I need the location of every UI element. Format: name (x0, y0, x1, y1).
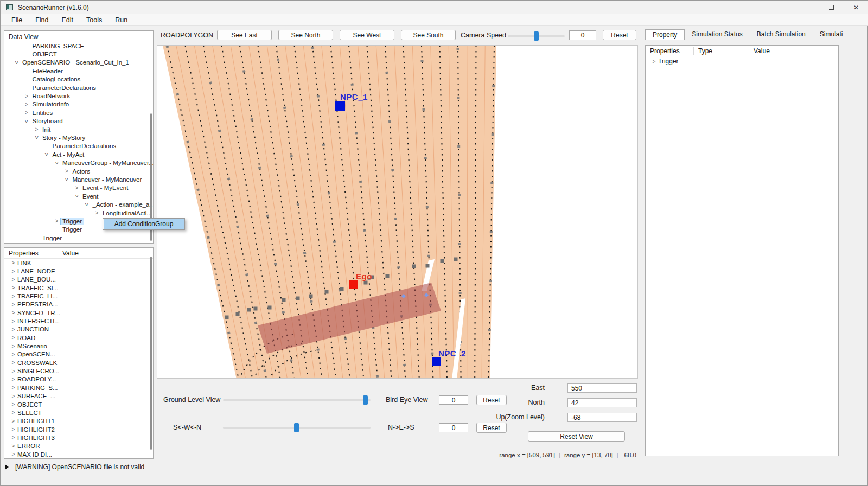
chevron-right-icon[interactable]: > (33, 126, 41, 132)
chevron-right-icon[interactable]: > (9, 351, 17, 357)
tab-simulation-status[interactable]: Simulation Status (685, 29, 749, 40)
property-item[interactable]: >SINGLECRO... (4, 367, 153, 375)
yaw-input[interactable]: 0 (439, 423, 468, 432)
tree-item[interactable]: PARKING_SPACE (4, 42, 153, 50)
property-item[interactable]: >PEDESTRIA... (4, 300, 153, 309)
chevron-down-icon[interactable]: > (12, 60, 21, 66)
chevron-right-icon[interactable]: > (23, 101, 31, 107)
chevron-right-icon[interactable]: > (9, 376, 17, 382)
expand-arrow-icon[interactable] (5, 464, 9, 470)
chevron-right-icon[interactable]: > (9, 277, 17, 283)
chevron-down-icon[interactable]: > (23, 118, 31, 124)
bird-eye-input[interactable]: 0 (439, 395, 468, 405)
chevron-right-icon[interactable]: > (9, 293, 17, 299)
tree-item[interactable]: >Event - MyEvent (4, 184, 153, 192)
tree-item[interactable]: ParameterDeclarations (4, 84, 153, 92)
east-input[interactable]: 550 (567, 383, 637, 393)
property-item[interactable]: >TRAFFIC_LI... (4, 292, 153, 300)
see-button-south[interactable]: See South (401, 30, 456, 40)
tab-property[interactable]: Property (645, 29, 685, 40)
up-zoom-input[interactable]: -68 (567, 413, 637, 422)
camera-speed-input[interactable]: 0 (569, 30, 596, 40)
chevron-right-icon[interactable]: > (53, 218, 61, 224)
property-item[interactable]: >HIGHLIGHT1 (4, 417, 153, 425)
menu-run[interactable]: Run (108, 15, 134, 25)
ground-level-slider[interactable] (223, 395, 371, 405)
tree-item[interactable]: >Init (4, 125, 153, 133)
north-input[interactable]: 42 (567, 398, 637, 407)
slider-handle[interactable] (534, 31, 539, 41)
reset-view-button[interactable]: Reset View (528, 431, 625, 442)
chevron-right-icon[interactable]: > (9, 443, 17, 449)
tab-simulation-f[interactable]: Simulation F (813, 29, 843, 40)
property-item[interactable]: >PARKING_S... (4, 383, 153, 392)
tree-item[interactable]: CatalogLocations (4, 75, 153, 84)
chevron-down-icon[interactable]: > (73, 193, 81, 199)
yaw-slider[interactable] (223, 423, 371, 432)
property-item[interactable]: >SYNCED_TR... (4, 309, 153, 317)
property-item[interactable]: >ERROR (4, 442, 153, 450)
property-item[interactable]: >LANE_NODE (4, 267, 153, 275)
chevron-right-icon[interactable]: > (9, 393, 17, 399)
property-item[interactable]: >ROAD (4, 334, 153, 342)
chevron-right-icon[interactable]: > (9, 401, 17, 407)
menu-file[interactable]: File (5, 15, 29, 25)
tree-item[interactable]: >Storyboard (4, 117, 153, 125)
chevron-down-icon[interactable]: > (63, 176, 71, 182)
property-item[interactable]: >MScenario (4, 342, 153, 350)
chevron-down-icon[interactable]: > (43, 151, 51, 157)
context-menu-item[interactable]: Add ConditionGroup (104, 219, 184, 229)
chevron-right-icon[interactable]: > (23, 93, 31, 99)
property-item[interactable]: >HIGHLIGHT2 (4, 425, 153, 433)
menu-tools[interactable]: Tools (80, 15, 108, 25)
chevron-right-icon[interactable]: > (73, 185, 81, 191)
property-item[interactable]: >LINK (4, 259, 153, 267)
chevron-right-icon[interactable]: > (63, 168, 71, 174)
chevron-right-icon[interactable]: > (9, 335, 17, 341)
chevron-right-icon[interactable]: > (9, 302, 17, 308)
chevron-right-icon[interactable]: > (9, 451, 17, 457)
tree-item[interactable]: ParameterDeclarations (4, 142, 153, 150)
chevron-right-icon[interactable]: > (9, 434, 17, 440)
tree-item[interactable]: >SimulatorInfo (4, 100, 153, 108)
close-button[interactable]: ✕ (844, 1, 868, 14)
objprops-scrollbar[interactable] (150, 257, 152, 450)
chevron-right-icon[interactable]: > (9, 385, 17, 391)
camera-speed-slider[interactable] (508, 31, 565, 41)
property-item[interactable]: >MAX ID DI... (4, 450, 153, 458)
chevron-right-icon[interactable]: > (9, 410, 17, 415)
chevron-right-icon[interactable]: > (93, 210, 101, 216)
chevron-right-icon[interactable]: > (9, 360, 17, 366)
map-viewport[interactable]: NPC_1EgoNPC_2 (157, 45, 638, 379)
chevron-right-icon[interactable]: > (9, 318, 17, 324)
property-item[interactable]: >JUNCTION (4, 325, 153, 334)
tree-item[interactable]: >RoadNetwork (4, 92, 153, 100)
tree-item[interactable]: >OpenSCENARIO - Scenario_Cut_In_1 (4, 59, 153, 67)
property-item[interactable]: >SURFACE_... (4, 392, 153, 400)
property-item[interactable]: >TRAFFIC_SI... (4, 284, 153, 292)
tree-item[interactable]: OBJECT (4, 50, 153, 58)
camera-speed-reset-button[interactable]: Reset (603, 30, 636, 40)
tree-item[interactable]: FileHeader (4, 67, 153, 75)
tree-item[interactable]: >Maneuver - MyManeuver (4, 175, 153, 183)
maximize-button[interactable] (819, 1, 844, 14)
tree-item[interactable]: >_Action - example_a... (4, 200, 153, 208)
tree-item[interactable]: >ManeuverGroup - MyManeuver... (4, 158, 153, 167)
slider-handle[interactable] (294, 423, 299, 432)
property-item[interactable]: >OpenSCEN... (4, 350, 153, 359)
tree-item[interactable]: >Act - MyAct (4, 150, 153, 158)
chevron-right-icon[interactable]: > (9, 368, 17, 374)
tree-item[interactable]: >Story - MyStory (4, 133, 153, 142)
chevron-down-icon[interactable]: > (53, 160, 61, 166)
tab-batch-simulation[interactable]: Batch Simulation (750, 29, 813, 40)
entity-marker-ego[interactable] (349, 280, 358, 289)
property-item[interactable]: >HIGHLIGHT3 (4, 433, 153, 442)
see-button-north[interactable]: See North (278, 30, 333, 40)
tree-item[interactable]: >Actors (4, 167, 153, 175)
entity-marker-npc_1[interactable] (335, 101, 345, 111)
tree-item[interactable]: Trigger (4, 234, 153, 242)
property-item[interactable]: >INTERSECTI... (4, 317, 153, 325)
chevron-right-icon[interactable]: > (9, 426, 17, 432)
tree-item[interactable]: >LongitudinalActi... (4, 209, 153, 217)
chevron-right-icon[interactable]: > (9, 310, 17, 316)
